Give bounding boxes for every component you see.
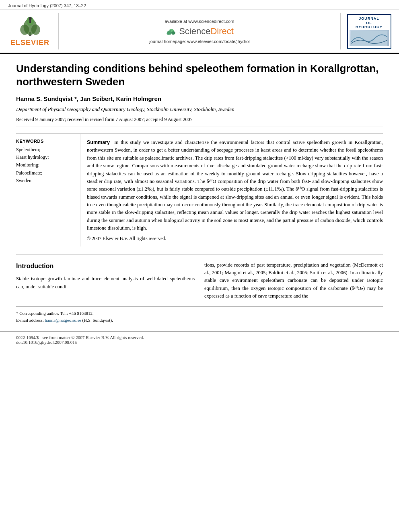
keywords-list: Speleothem;Karst hydrology;Monitoring;Pa… (16, 146, 75, 185)
center-header: available at www.sciencedirect.com Scien… (59, 16, 340, 47)
page-wrapper: Journal of Hydrology (2007) 347, 13–22 E… (0, 0, 399, 532)
footnote-section: * Corresponding author. Tel.: +46 816481… (16, 306, 383, 323)
elsevier-logo-box: ELSEVIER (6, 13, 59, 49)
main-content: Understanding conditions behind speleoth… (0, 54, 399, 331)
footer-issn: 0022-1694/$ - see front matter © 2007 El… (16, 335, 383, 340)
available-text: available at www.sciencedirect.com (165, 19, 234, 24)
elsevier-label: ELSEVIER (10, 39, 49, 47)
journal-logo-title: JOURNALOFHYDROLOGY (350, 16, 389, 29)
svg-point-2 (20, 25, 29, 35)
email-link[interactable]: hanna@natgeo.su.se (45, 318, 81, 322)
elsevier-tree-icon (16, 16, 44, 38)
footer-bar: 0022-1694/$ - see front matter © 2007 El… (0, 331, 399, 348)
header-section: ELSEVIER available at www.sciencedirect.… (0, 10, 399, 54)
corresponding-author-note: * Corresponding author. Tel.: +46 816481… (16, 310, 383, 317)
copyright-line: © 2007 Elsevier B.V. All rights reserved… (87, 236, 383, 242)
svg-point-5 (29, 17, 31, 20)
journal-logo-image (350, 30, 389, 46)
svg-rect-11 (351, 31, 387, 46)
keyword-item: Paleoclimate; (16, 169, 75, 177)
sd-leaves-icon (165, 27, 177, 37)
abstract-label: Summary (87, 140, 110, 145)
footer-doi: doi:10.1016/j.jhydrol.2007.08.015 (16, 340, 383, 345)
introduction-heading: Introduction (16, 261, 195, 271)
keyword-item: Karst hydrology; (16, 154, 75, 161)
keyword-item: Monitoring; (16, 161, 75, 169)
keyword-item: Speleothem; (16, 146, 75, 154)
keywords-title: KEYWORDS (16, 139, 75, 144)
homepage-text: journal homepage: www.elsevier.com/locat… (149, 39, 249, 44)
svg-rect-6 (29, 20, 31, 23)
section-divider (16, 255, 383, 255)
sciencedirect-logo: ScienceDirect (165, 26, 234, 37)
abstract-section: KEYWORDS Speleothem;Karst hydrology;Moni… (16, 134, 383, 246)
corresponding-author-text: * Corresponding author. Tel.: +46 816481… (16, 311, 94, 316)
abstract-body: In this study we investigate and charact… (87, 140, 383, 231)
body-col-right: tions, provide records of past temperatu… (204, 261, 383, 300)
body-col-left: Introduction Stable isotope growth lamin… (16, 261, 195, 300)
email-suffix: (H.S. Sundqvist). (82, 318, 113, 322)
journal-logo-inner: JOURNALOFHYDROLOGY (347, 14, 391, 49)
intro-col1-text: Stable isotope growth laminae and trace … (16, 275, 195, 291)
intro-col2-text: tions, provide records of past temperatu… (204, 261, 383, 300)
journal-info-bar: Journal of Hydrology (2007) 347, 13–22 (0, 0, 399, 10)
journal-citation: Journal of Hydrology (2007) 347, 13–22 (8, 3, 86, 8)
authors: Hanna S. Sundqvist *, Jan Seibert, Karin… (16, 95, 383, 102)
journal-logo-box: JOURNALOFHYDROLOGY (340, 13, 393, 49)
affiliation: Department of Physical Geography and Qua… (16, 106, 383, 113)
article-title: Understanding conditions behind speleoth… (16, 62, 383, 88)
email-note: E-mail address: hanna@natgeo.su.se (H.S.… (16, 317, 383, 324)
abstract-box: Summary In this study we investigate and… (80, 134, 383, 246)
svg-point-3 (31, 25, 40, 35)
body-two-col: Introduction Stable isotope growth lamin… (16, 261, 383, 300)
email-label: E-mail address: (16, 318, 44, 322)
received-line: Received 9 January 2007; received in rev… (16, 117, 383, 127)
abstract-text: Summary In this study we investigate and… (87, 139, 383, 232)
keywords-box: KEYWORDS Speleothem;Karst hydrology;Moni… (16, 134, 80, 246)
keyword-item: Sweden (16, 177, 75, 185)
